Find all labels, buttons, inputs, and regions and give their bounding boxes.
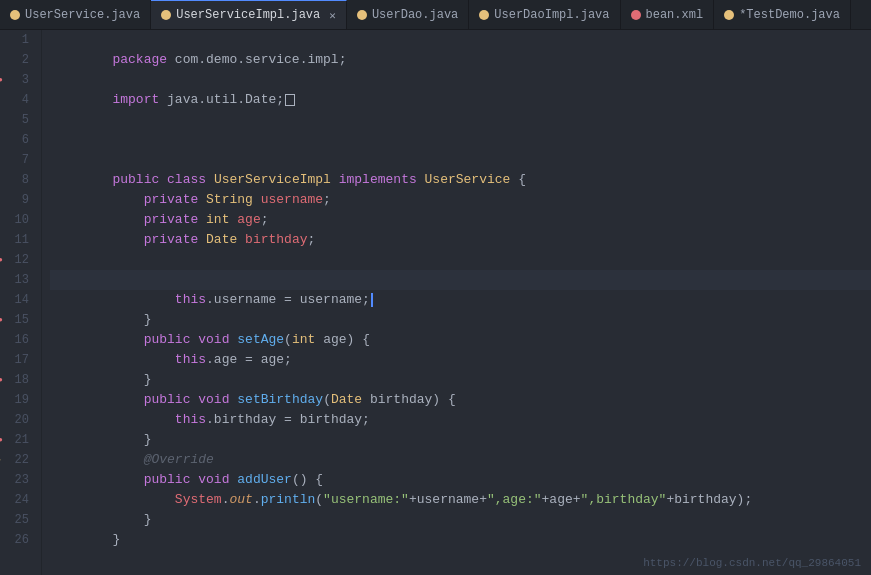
tab-bar: UserService.java UserServiceImpl.java ✕ … <box>0 0 871 30</box>
java-file-icon <box>10 10 20 20</box>
tab-userservice[interactable]: UserService.java <box>0 0 151 29</box>
code-line-2 <box>50 50 871 70</box>
code-line-22: public void addUser() { <box>50 450 871 470</box>
code-line-9: private int age; <box>50 190 871 210</box>
code-line-26 <box>50 530 871 550</box>
code-line-18: public void setBirthday(Date birthday) { <box>50 370 871 390</box>
code-line-25: } <box>50 510 871 530</box>
code-line-17: } <box>50 350 871 370</box>
line-num-2: 2 <box>8 50 29 70</box>
line-num-13: 13 <box>8 270 29 290</box>
java-file-icon <box>724 10 734 20</box>
code-line-16: this.age = age; <box>50 330 871 350</box>
line-num-6: 6 <box>8 130 29 150</box>
code-line-6 <box>50 130 871 150</box>
line-num-7: 7 <box>8 150 29 170</box>
java-file-icon <box>357 10 367 20</box>
code-editor: 1 2 3 4 5 6 7 8 9 10 11 12 13 14 15 16 1… <box>0 30 871 575</box>
line-num-3: 3 <box>8 70 29 90</box>
tab-close-button[interactable]: ✕ <box>329 9 336 22</box>
xml-file-icon <box>631 10 641 20</box>
line-num-25: 25 <box>8 510 29 530</box>
line-numbers-gutter: 1 2 3 4 5 6 7 8 9 10 11 12 13 14 15 16 1… <box>0 30 42 575</box>
code-line-10: private Date birthday; <box>50 210 871 230</box>
code-line-8: private String username; <box>50 170 871 190</box>
code-line-7: public class UserServiceImpl implements … <box>50 150 871 170</box>
line-num-14: 14 <box>8 290 29 310</box>
tab-testdemo[interactable]: *TestDemo.java <box>714 0 851 29</box>
tab-label: UserServiceImpl.java <box>176 8 320 22</box>
code-line-19: this.birthday = birthday; <box>50 390 871 410</box>
tab-label: UserDaoImpl.java <box>494 8 609 22</box>
code-line-21: @Override <box>50 430 871 450</box>
line-num-24: 24 <box>8 490 29 510</box>
tab-label: UserService.java <box>25 8 140 22</box>
line-num-15: 15 <box>8 310 29 330</box>
code-line-15: public void setAge(int age) { <box>50 310 871 330</box>
tab-label: *TestDemo.java <box>739 8 840 22</box>
line-num-10: 10 <box>8 210 29 230</box>
line-num-19: 19 <box>8 390 29 410</box>
java-file-icon <box>479 10 489 20</box>
line-num-8: 8 <box>8 170 29 190</box>
tab-beanxml[interactable]: bean.xml <box>621 0 715 29</box>
tab-userdao[interactable]: UserDao.java <box>347 0 469 29</box>
code-line-14: } <box>50 290 871 310</box>
editor-window: UserService.java UserServiceImpl.java ✕ … <box>0 0 871 575</box>
code-line-3: import java.util.Date; <box>50 70 871 90</box>
line-num-1: 1 <box>8 30 29 50</box>
line-num-12: 12 <box>8 250 29 270</box>
code-line-11 <box>50 230 871 250</box>
line-num-21: 21 <box>8 430 29 450</box>
tab-label: UserDao.java <box>372 8 458 22</box>
line-num-9: 9 <box>8 190 29 210</box>
code-line-24: } <box>50 490 871 510</box>
line-num-20: 20 <box>8 410 29 430</box>
code-area[interactable]: package com.demo.service.impl; import ja… <box>42 30 871 575</box>
code-line-12: public void setUsername(String username)… <box>50 250 871 270</box>
line-num-18: 18 <box>8 370 29 390</box>
code-line-20: } <box>50 410 871 430</box>
line-num-22: 22 <box>8 450 29 470</box>
line-num-4: 4 <box>8 90 29 110</box>
code-line-23: System.out.println("username:"+username+… <box>50 470 871 490</box>
line-num-23: 23 <box>8 470 29 490</box>
line-num-26: 26 <box>8 530 29 550</box>
code-line-1: package com.demo.service.impl; <box>50 30 871 50</box>
java-file-icon <box>161 10 171 20</box>
tab-userdaoimpl[interactable]: UserDaoImpl.java <box>469 0 620 29</box>
code-line-4 <box>50 90 871 110</box>
watermark: https://blog.csdn.net/qq_29864051 <box>643 557 861 569</box>
line-num-17: 17 <box>8 350 29 370</box>
line-num-11: 11 <box>8 230 29 250</box>
line-num-16: 16 <box>8 330 29 350</box>
code-line-13: this.username = username; <box>50 270 871 290</box>
line-num-5: 5 <box>8 110 29 130</box>
tab-label: bean.xml <box>646 8 704 22</box>
tab-userserviceimpl[interactable]: UserServiceImpl.java ✕ <box>151 0 347 29</box>
code-line-5 <box>50 110 871 130</box>
